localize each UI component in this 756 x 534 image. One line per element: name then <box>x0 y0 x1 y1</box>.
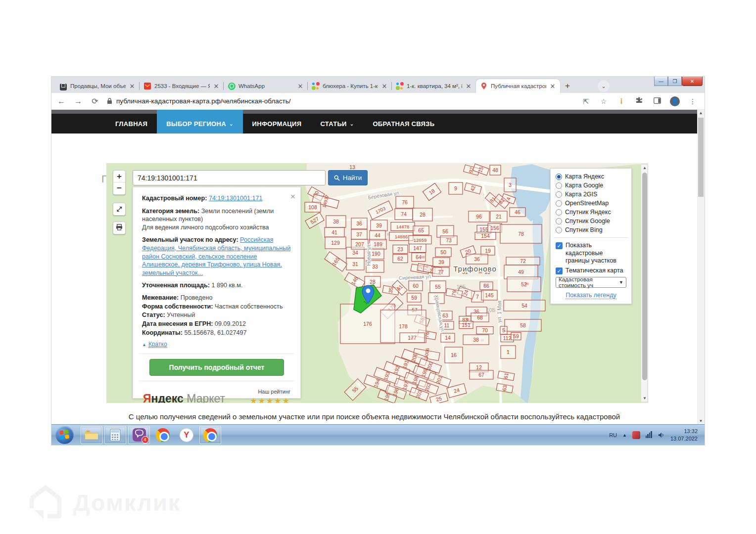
map-scrollbar-thumb[interactable] <box>642 173 647 380</box>
extensions-puzzle-icon[interactable] <box>634 97 644 106</box>
tab-close-icon[interactable]: ✕ <box>549 83 556 90</box>
language-indicator[interactable]: RU <box>609 432 617 438</box>
nav-item-обратная-связь[interactable]: ОБРАТНАЯ СВЯЗЬ <box>363 114 444 134</box>
new-tab-button[interactable]: + <box>561 80 574 92</box>
map-parcel[interactable]: 14 <box>441 333 455 342</box>
map-parcel[interactable]: 65 <box>413 226 429 235</box>
map-parcel[interactable]: 59 <box>511 333 521 340</box>
map-parcel[interactable]: 70 <box>476 327 493 334</box>
map-scrollbar[interactable]: ▲ ▼ <box>641 164 648 402</box>
radio-icon[interactable] <box>556 182 562 189</box>
browser-tab[interactable]: Продавцы, Мои объе✕ <box>55 79 140 93</box>
print-button[interactable] <box>113 222 126 234</box>
collapse-link[interactable]: Кратко <box>148 341 167 348</box>
map-parcel[interactable]: 96 <box>469 211 489 222</box>
menu-dots-icon[interactable]: ⋮ <box>688 97 698 105</box>
map-parcel[interactable]: 38 <box>463 335 489 345</box>
layer-radio-спутник-яндекс[interactable]: Спутник Яндекс <box>556 209 626 216</box>
forward-icon[interactable]: → <box>73 97 83 106</box>
taskbar-yandex-browser-button[interactable]: Y <box>176 426 197 444</box>
map-parcel[interactable]: 52 <box>507 277 541 292</box>
bookmark-star-icon[interactable]: ☆ <box>599 97 609 105</box>
tray-expand-icon[interactable]: ▲ <box>622 433 627 438</box>
cadastral-number-link[interactable]: 74:19:1301001:171 <box>209 195 263 202</box>
map-parcel[interactable]: 156 <box>488 223 502 232</box>
map-parcel[interactable]: 207 <box>351 239 368 249</box>
zoom-out-button[interactable]: − <box>113 182 125 194</box>
map-parcel[interactable]: 108 <box>305 202 321 212</box>
tab-search-chevron-icon[interactable]: ⌄ <box>598 80 610 92</box>
address-bar[interactable]: публичная-кадастровая-карта.рф/челябинск… <box>107 97 574 105</box>
map-parcel[interactable]: 13 <box>349 164 355 170</box>
map-parcel[interactable]: 129 <box>325 237 346 249</box>
side-panel-icon[interactable] <box>652 97 662 105</box>
map-parcel[interactable]: 46 <box>510 208 525 217</box>
map-parcel[interactable]: 1 <box>501 346 516 358</box>
profile-avatar[interactable]: 👤 <box>670 96 680 106</box>
map-parcel[interactable]: 177 <box>400 333 425 343</box>
browser-tab[interactable]: Публичная кадастров✕ <box>476 79 560 93</box>
taskbar-calculator-button[interactable] <box>104 426 126 444</box>
page-scroll-up-icon[interactable]: ▲ <box>697 111 705 115</box>
map-parcel[interactable]: 9 <box>449 182 463 194</box>
thematic-select[interactable]: Кадастровая стоимость уч▼ <box>556 277 626 288</box>
extension-i-icon[interactable]: ⅰ <box>616 97 626 105</box>
radio-icon[interactable] <box>556 227 562 233</box>
overlay-checkbox-показать[interactable]: ✓Показать кадастровые границы участков <box>556 242 626 265</box>
taskbar-chrome-active-button[interactable] <box>199 426 221 444</box>
nav-item-главная[interactable]: ГЛАВНАЯ <box>106 114 157 134</box>
tab-close-icon[interactable]: ✕ <box>297 83 304 90</box>
nav-item-информация[interactable]: ИНФОРМАЦИЯ <box>243 114 311 134</box>
radio-icon[interactable] <box>556 209 562 216</box>
map-parcel[interactable]: 64 <box>412 253 425 262</box>
map-parcel[interactable]: 39 <box>433 258 450 267</box>
browser-tab[interactable]: 2533 - Входящие — Ян✕ <box>140 79 224 93</box>
maximize-button[interactable]: ❐ <box>668 77 682 86</box>
map-parcel[interactable]: 16 <box>445 347 463 363</box>
map-parcel[interactable]: 23 <box>393 245 408 254</box>
map-parcel[interactable]: 36 <box>466 254 488 264</box>
layer-radio-карта-яндекс[interactable]: Карта Яндекс <box>556 173 626 180</box>
page-scrollbar[interactable]: ▲ ▼ <box>697 110 705 424</box>
map-parcel[interactable]: 10Б <box>457 284 466 290</box>
detailed-report-button[interactable]: Получить подробный отчет <box>149 359 284 376</box>
map-parcel[interactable]: 151 <box>459 321 473 329</box>
page-scroll-down-icon[interactable]: ▼ <box>697 419 705 423</box>
browser-tab[interactable]: 1-к. квартира, 34 м², 8✕ <box>392 79 476 93</box>
map-parcel[interactable]: 14478 <box>391 222 415 231</box>
radio-icon[interactable] <box>556 218 562 224</box>
map-parcel[interactable]: 154 <box>475 232 496 240</box>
map-parcel[interactable]: 12659 <box>409 236 431 244</box>
map-parcel[interactable]: 19 <box>481 246 495 255</box>
map-parcel[interactable]: 54 <box>504 300 545 311</box>
map-parcel[interactable]: 66 <box>480 282 493 290</box>
map-parcel[interactable]: 62 <box>393 255 408 263</box>
network-icon[interactable] <box>646 431 653 439</box>
map-parcel[interactable]: 58 <box>505 319 541 331</box>
map-parcel[interactable]: 39 <box>371 220 387 231</box>
tray-app-icon[interactable] <box>632 431 640 439</box>
taskbar-chrome-button[interactable] <box>152 426 174 444</box>
tab-close-icon[interactable]: ✕ <box>465 83 472 90</box>
layer-radio-спутник-google[interactable]: Спутник Google <box>556 218 626 224</box>
close-button[interactable]: ✕ <box>682 77 703 86</box>
page-scrollbar-thumb[interactable] <box>698 118 704 197</box>
browser-tab[interactable]: WhatsApp✕ <box>224 79 308 93</box>
radio-icon[interactable] <box>556 200 562 207</box>
volume-icon[interactable] <box>658 432 665 439</box>
cadastral-map[interactable]: 1380149371085273841129165343136372071903… <box>106 163 648 403</box>
map-parcel[interactable]: 21 <box>490 211 507 222</box>
map-parcel[interactable]: 147 <box>409 244 426 253</box>
map-parcel[interactable]: 60 <box>409 281 423 291</box>
map-parcel[interactable]: 31 <box>346 258 364 270</box>
close-icon[interactable]: × <box>290 191 295 202</box>
nav-item-выбор-региона[interactable]: ВЫБОР РЕГИОНА⌄ <box>157 110 242 134</box>
taskbar-clock[interactable]: 13:32 13.07.2022 <box>670 428 701 443</box>
map-parcel[interactable]: 48 <box>490 165 501 175</box>
scroll-down-icon[interactable]: ▼ <box>641 396 648 400</box>
yandex-market-logo[interactable]: Яндекс Маркет <box>143 391 225 403</box>
back-icon[interactable]: ← <box>56 97 66 106</box>
radio-icon[interactable] <box>556 174 562 180</box>
map-parcel[interactable]: 77 <box>432 267 449 276</box>
map-parcel[interactable]: 68 <box>471 313 489 322</box>
